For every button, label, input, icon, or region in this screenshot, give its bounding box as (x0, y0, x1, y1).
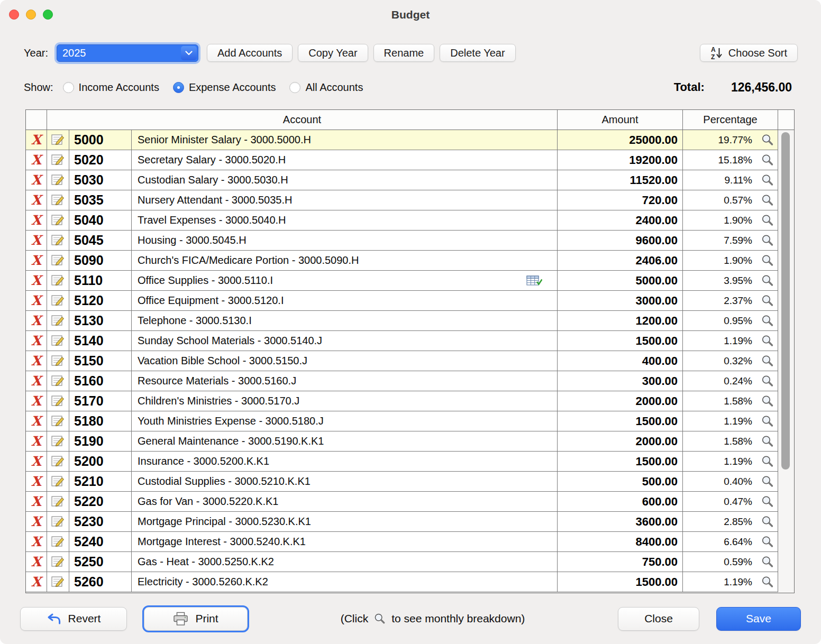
edit-icon[interactable] (51, 154, 65, 165)
magnifier-icon[interactable] (761, 173, 774, 187)
table-row[interactable]: X 5230 Mortgage Principal - 3000.5230.K.… (26, 512, 778, 532)
delete-cell[interactable]: X (26, 130, 47, 150)
close-window-button[interactable] (9, 10, 19, 20)
delete-icon[interactable]: X (31, 294, 41, 307)
magnifier-icon[interactable] (761, 394, 774, 408)
edit-icon[interactable] (51, 295, 65, 306)
magnifier-icon[interactable] (761, 575, 774, 589)
amount-value[interactable]: 500.00 (558, 472, 683, 492)
table-row[interactable]: X 5150 Vacation Bible School - 3000.5150… (26, 351, 778, 371)
table-row[interactable]: X 5220 Gas for Van - 3000.5220.K.K1 (26, 492, 778, 512)
amount-value[interactable]: 2406.00 (558, 251, 683, 271)
revert-button[interactable]: Revert (20, 607, 127, 631)
year-select[interactable]: 2025 (57, 44, 198, 62)
radio-all-accounts[interactable]: All Accounts (289, 81, 363, 94)
edit-cell[interactable] (47, 371, 69, 391)
delete-icon[interactable]: X (31, 274, 41, 287)
magnifier-icon[interactable] (761, 415, 774, 428)
magnifier-icon[interactable] (761, 133, 774, 147)
edit-cell[interactable] (47, 271, 69, 291)
amount-value[interactable]: 11520.00 (558, 170, 683, 190)
magnifier-icon[interactable] (761, 194, 774, 207)
edit-cell[interactable] (47, 411, 69, 431)
edit-icon[interactable] (51, 174, 65, 186)
magnifier-icon[interactable] (761, 555, 774, 569)
magnifier-icon[interactable] (761, 214, 774, 227)
amount-value[interactable]: 600.00 (558, 492, 683, 512)
delete-cell[interactable]: X (26, 512, 47, 532)
magnifier-icon[interactable] (761, 475, 774, 489)
delete-cell[interactable]: X (26, 371, 47, 391)
edit-icon[interactable] (51, 255, 65, 266)
delete-icon[interactable]: X (31, 214, 41, 227)
delete-cell[interactable]: X (26, 251, 47, 271)
print-button[interactable]: Print (144, 607, 248, 631)
magnifier-icon[interactable] (761, 495, 774, 509)
magnifier-icon[interactable] (761, 294, 774, 308)
magnifier-icon[interactable] (761, 274, 774, 288)
delete-cell[interactable]: X (26, 351, 47, 371)
edit-icon[interactable] (51, 195, 65, 206)
delete-cell[interactable]: X (26, 431, 47, 452)
edit-cell[interactable] (47, 231, 69, 251)
table-row[interactable]: X 5035 Nursery Attendant - 3000.5035.H (26, 190, 778, 210)
edit-cell[interactable] (47, 331, 69, 351)
amount-value[interactable]: 300.00 (558, 371, 683, 391)
edit-cell[interactable] (47, 472, 69, 492)
edit-icon[interactable] (51, 516, 65, 527)
magnifier-icon[interactable] (761, 535, 774, 549)
table-row[interactable]: X 5240 Mortgage Interest - 3000.5240.K.K… (26, 532, 778, 552)
magnifier-icon[interactable] (761, 374, 774, 388)
radio-expense-accounts[interactable]: Expense Accounts (173, 81, 276, 94)
edit-cell[interactable] (47, 391, 69, 411)
vertical-scrollbar[interactable] (778, 130, 794, 593)
edit-cell[interactable] (47, 130, 69, 150)
delete-cell[interactable]: X (26, 552, 47, 572)
amount-value[interactable]: 2400.00 (558, 210, 683, 231)
table-row[interactable]: X 5260 Electricity - 3000.5260.K.K2 (26, 572, 778, 592)
amount-value[interactable]: 8400.00 (558, 532, 683, 552)
edit-cell[interactable] (47, 572, 69, 592)
delete-cell[interactable]: X (26, 291, 47, 311)
amount-value[interactable]: 400.00 (558, 351, 683, 371)
edit-icon[interactable] (51, 235, 65, 246)
edit-cell[interactable] (47, 532, 69, 552)
delete-icon[interactable]: X (31, 234, 41, 247)
table-row[interactable]: X 5210 Custodial Supplies - 3000.5210.K.… (26, 472, 778, 492)
edit-icon[interactable] (51, 436, 65, 447)
minimize-window-button[interactable] (26, 10, 36, 20)
table-row[interactable]: X 5110 Office Supplies - 3000.5110.I (26, 271, 778, 291)
edit-icon[interactable] (51, 416, 65, 427)
save-button[interactable]: Save (716, 607, 801, 631)
delete-cell[interactable]: X (26, 271, 47, 291)
close-button[interactable]: Close (618, 607, 699, 631)
delete-cell[interactable]: X (26, 190, 47, 210)
table-row[interactable]: X 5090 Church's FICA/Medicare Portion - … (26, 251, 778, 271)
edit-cell[interactable] (47, 452, 69, 472)
magnifier-icon[interactable] (761, 314, 774, 328)
magnifier-icon[interactable] (761, 334, 774, 348)
edit-icon[interactable] (51, 476, 65, 487)
magnifier-icon[interactable] (761, 153, 774, 167)
table-row[interactable]: X 5170 Children's Ministries - 3000.5170… (26, 391, 778, 411)
edit-cell[interactable] (47, 512, 69, 532)
table-row[interactable]: X 5045 Housing - 3000.5045.H (26, 231, 778, 251)
amount-value[interactable]: 2000.00 (558, 431, 683, 452)
amount-value[interactable]: 1500.00 (558, 411, 683, 431)
edit-cell[interactable] (47, 210, 69, 231)
delete-cell[interactable]: X (26, 170, 47, 190)
amount-value[interactable]: 9600.00 (558, 231, 683, 251)
amount-value[interactable]: 3000.00 (558, 291, 683, 311)
delete-icon[interactable]: X (31, 194, 41, 207)
table-row[interactable]: X 5130 Telephone - 3000.5130.I (26, 311, 778, 331)
delete-icon[interactable]: X (31, 575, 41, 588)
delete-cell[interactable]: X (26, 391, 47, 411)
radio-income-accounts[interactable]: Income Accounts (63, 81, 159, 94)
edit-icon[interactable] (51, 335, 65, 346)
delete-cell[interactable]: X (26, 331, 47, 351)
edit-icon[interactable] (51, 315, 65, 326)
edit-cell[interactable] (47, 552, 69, 572)
table-row[interactable]: X 5140 Sunday School Materials - 3000.51… (26, 331, 778, 351)
delete-icon[interactable]: X (31, 555, 41, 568)
choose-sort-button[interactable]: A Z Choose Sort (700, 44, 798, 62)
